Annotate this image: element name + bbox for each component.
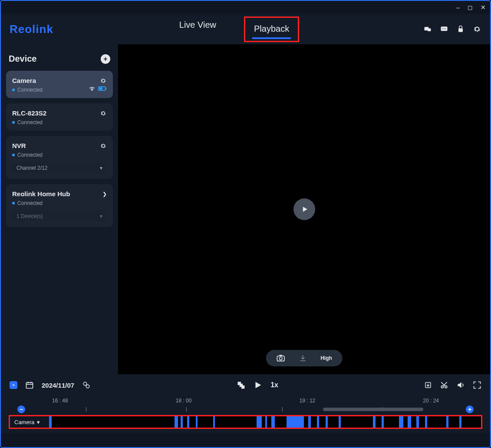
calendar-icon[interactable]	[25, 381, 34, 389]
tab-live-view[interactable]: Live View	[178, 16, 218, 42]
list-view-icon[interactable]	[10, 381, 17, 389]
add-device-button[interactable]: +	[101, 54, 110, 64]
timeline-label: 18 : 00	[176, 398, 192, 404]
window-maximize-button[interactable]: ◻	[468, 4, 473, 11]
channel-selector[interactable]: Channel 2/12 ▾	[12, 162, 107, 174]
brand-logo: Reolink	[10, 23, 53, 36]
svg-rect-6	[458, 28, 463, 32]
timeline-label: 19 : 12	[300, 398, 316, 404]
lock-icon[interactable]	[456, 25, 465, 33]
battery-icon	[98, 86, 107, 91]
device-card-nvr[interactable]: NVR Connected Channel 2/12 ▾	[6, 136, 113, 179]
device-sidebar: Device + Camera Connected RLC-823S2	[1, 44, 118, 374]
device-status: Connected	[17, 119, 43, 125]
device-settings-icon[interactable]	[100, 142, 107, 149]
highlight-playback-tab: Playback	[244, 16, 299, 42]
device-settings-icon[interactable]	[100, 110, 107, 117]
svg-rect-27	[241, 385, 245, 389]
status-dot-icon	[12, 121, 15, 124]
track-name: Camera	[14, 419, 34, 425]
device-status: Connected	[17, 152, 43, 158]
svg-rect-14	[13, 385, 13, 385]
device-card-rlc[interactable]: RLC-823S2 Connected	[6, 103, 113, 131]
svg-rect-18	[13, 385, 14, 386]
track-camera-selector[interactable]: Camera ▾	[10, 416, 49, 428]
app-header: Reolink Live View Playback	[1, 14, 490, 44]
device-card-camera[interactable]: Camera Connected	[6, 71, 113, 98]
timeline-zoom-out[interactable]: −	[17, 405, 25, 413]
svg-rect-13	[13, 384, 13, 385]
device-status: Connected	[17, 87, 43, 93]
recording-track[interactable]	[49, 416, 481, 428]
play-button[interactable]	[293, 198, 315, 220]
svg-rect-8	[106, 88, 107, 90]
svg-rect-1	[428, 28, 431, 31]
channel-label: Channel 2/12	[16, 165, 47, 171]
svg-point-24	[86, 385, 89, 388]
timeline-scroll-thumb[interactable]	[323, 408, 423, 411]
chevron-right-icon[interactable]: ❯	[102, 191, 107, 197]
play-icon[interactable]	[253, 380, 263, 390]
svg-point-23	[83, 382, 87, 385]
clip-icon[interactable]	[440, 381, 448, 389]
video-viewer[interactable]: High	[118, 44, 490, 374]
svg-rect-17	[13, 385, 14, 385]
timeline-zoom-in[interactable]: +	[466, 405, 474, 413]
playback-speed[interactable]: 1x	[270, 381, 278, 389]
svg-rect-16	[13, 384, 14, 385]
svg-rect-15	[13, 385, 13, 386]
svg-rect-9	[99, 88, 103, 90]
window-close-button[interactable]: ✕	[481, 4, 486, 11]
device-card-home-hub[interactable]: Reolink Home Hub ❯ Connected 1 Device(s)…	[6, 184, 113, 227]
main-tabs: Live View Playback	[53, 16, 423, 42]
message-icon[interactable]	[440, 25, 448, 33]
svg-point-3	[442, 28, 443, 29]
playback-date[interactable]: 2024/11/07	[42, 382, 74, 389]
export-icon[interactable]	[424, 381, 432, 389]
status-dot-icon	[12, 89, 15, 91]
status-dot-icon	[12, 202, 15, 204]
status-dot-icon	[12, 154, 15, 156]
device-count-label: 1 Device(s)	[16, 213, 43, 219]
svg-point-5	[445, 28, 446, 29]
highlight-timeline-track: Camera ▾	[9, 415, 482, 429]
window-titlebar: – ◻ ✕	[1, 1, 490, 14]
svg-rect-19	[26, 382, 33, 388]
window-minimize-button[interactable]: –	[456, 4, 460, 11]
chevron-down-icon: ▾	[100, 165, 102, 171]
svg-point-11	[279, 357, 282, 360]
download-icon[interactable]	[299, 354, 306, 362]
device-name: RLC-823S2	[12, 109, 46, 117]
sidebar-title: Device	[9, 54, 37, 64]
timeline-label: 16 : 48	[52, 398, 68, 404]
volume-icon[interactable]	[456, 381, 465, 389]
device-name: NVR	[12, 142, 26, 149]
tab-playback[interactable]: Playback	[252, 20, 291, 39]
svg-point-4	[444, 28, 445, 29]
device-name: Camera	[12, 77, 36, 84]
filter-icon[interactable]	[82, 381, 91, 389]
device-settings-icon[interactable]	[100, 77, 107, 84]
snapshot-icon[interactable]	[276, 354, 285, 362]
multi-play-icon[interactable]	[237, 381, 245, 389]
device-name: Reolink Home Hub	[12, 190, 70, 198]
wifi-icon	[89, 86, 96, 92]
timeline: 16 : 48 18 : 00 19 : 12 20 : 24 − + Came…	[1, 394, 490, 433]
playback-controls: 2024/11/07 1x	[1, 374, 490, 394]
device-count-selector[interactable]: 1 Device(s) ▾	[12, 211, 107, 222]
viewer-toolbar: High	[266, 350, 343, 366]
timeline-ruler[interactable]: − +	[17, 405, 474, 413]
add-device-icon[interactable]	[423, 25, 432, 33]
timeline-label: 20 : 24	[423, 398, 439, 404]
settings-icon[interactable]	[473, 25, 481, 33]
device-status: Connected	[17, 200, 43, 206]
quality-button[interactable]: High	[320, 355, 332, 361]
chevron-down-icon: ▾	[100, 213, 102, 219]
fullscreen-icon[interactable]	[473, 381, 481, 389]
svg-rect-12	[279, 355, 282, 356]
chevron-down-icon: ▾	[37, 419, 40, 425]
